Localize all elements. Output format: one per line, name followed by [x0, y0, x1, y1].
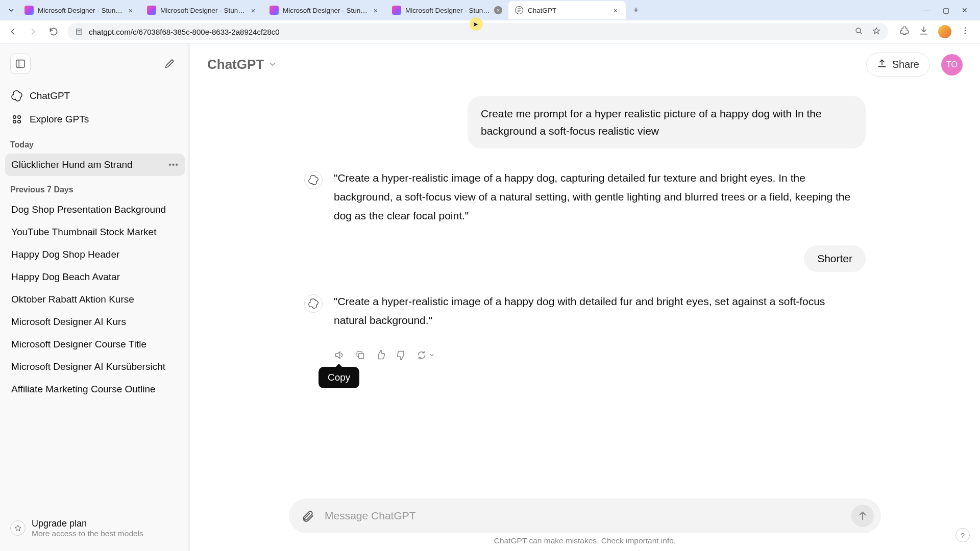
history-item[interactable]: Microsoft Designer Course Title — [5, 333, 185, 356]
ms-designer-icon — [392, 6, 401, 15]
site-info-icon[interactable] — [75, 27, 84, 36]
browser-chrome: Microsoft Designer - Stunning × Microsof… — [0, 0, 980, 43]
read-aloud-button[interactable] — [334, 349, 345, 361]
main-panel: ChatGPT Share TO Create me prompt for a … — [190, 43, 980, 551]
maximize-icon[interactable]: ▢ — [943, 6, 949, 14]
close-icon[interactable]: × — [372, 6, 380, 14]
history-item[interactable]: Happy Dog Shop Header — [5, 243, 185, 266]
attach-button[interactable] — [299, 507, 316, 524]
assistant-avatar-icon — [304, 294, 323, 313]
zoom-icon[interactable] — [854, 27, 864, 37]
ms-designer-icon — [24, 6, 34, 15]
assistant-message-row: "Create a hyper-realistic image of a hap… — [304, 169, 866, 225]
close-icon[interactable]: × — [127, 6, 135, 14]
tab-title: Microsoft Designer - Stunning — [38, 7, 122, 14]
browser-tab[interactable]: Microsoft Designer - Stunning × — [141, 1, 263, 19]
sidebar: ChatGPT Explore GPTs Today Glücklicher H… — [0, 43, 190, 551]
upgrade-icon — [10, 520, 26, 536]
history-item[interactable]: YouTube Thumbnail Stock Market — [5, 221, 185, 243]
message-actions: Copy — [304, 340, 866, 361]
tab-title: ChatGPT — [528, 7, 607, 14]
tab-strip: Microsoft Designer - Stunning × Microsof… — [0, 0, 980, 20]
address-bar-row: chatgpt.com/c/67038f68-385c-800e-8633-2a… — [0, 20, 980, 43]
browser-tab-active[interactable]: ChatGPT × — [508, 1, 626, 19]
share-label: Share — [892, 59, 919, 70]
svg-point-2 — [965, 27, 966, 29]
assistant-avatar-icon — [304, 171, 323, 189]
section-prev7: Previous 7 Days — [5, 176, 185, 198]
browser-menu-icon[interactable] — [961, 26, 970, 37]
extensions-icon[interactable] — [899, 26, 910, 38]
history-item[interactable]: Happy Dog Beach Avatar — [5, 266, 185, 288]
sidebar-item-explore[interactable]: Explore GPTs — [5, 108, 185, 131]
model-name: ChatGPT — [207, 57, 264, 72]
svg-point-4 — [965, 33, 966, 34]
url-text: chatgpt.com/c/67038f68-385c-800e-8633-2a… — [89, 28, 280, 36]
browser-tab[interactable]: Microsoft Designer - Stunning × — [18, 1, 141, 19]
tab-search-dropdown[interactable] — [4, 7, 18, 13]
app-container: ChatGPT Explore GPTs Today Glücklicher H… — [0, 43, 980, 551]
svg-rect-5 — [16, 60, 25, 68]
history-item[interactable]: Dog Shop Presentation Background — [5, 198, 185, 221]
ms-designer-icon — [270, 6, 279, 15]
composer[interactable] — [289, 498, 881, 533]
user-message-row: Shorter — [304, 245, 866, 272]
tab-title: Microsoft Designer - Stunning — [283, 7, 368, 14]
copy-tooltip: Copy — [318, 367, 359, 388]
reload-button[interactable] — [47, 25, 60, 38]
window-controls: — ▢ ✕ — [923, 6, 976, 14]
history-item[interactable]: Microsoft Designer AI Kurs — [5, 311, 185, 333]
minimize-icon[interactable]: — — [923, 6, 930, 14]
svg-point-10 — [18, 120, 21, 123]
bookmark-icon[interactable] — [872, 27, 881, 37]
send-button[interactable] — [851, 505, 874, 527]
close-window-icon[interactable]: ✕ — [962, 6, 968, 14]
section-today: Today — [5, 131, 185, 154]
explore-icon — [10, 113, 23, 126]
collapse-sidebar-button[interactable] — [10, 54, 31, 74]
history-item[interactable]: Microsoft Designer AI Kursübersicht — [5, 356, 185, 378]
conversation: Create me prompt for a hyper realistic p… — [190, 86, 980, 498]
disclaimer-text: ChatGPT can make mistakes. Check importa… — [220, 533, 949, 547]
close-icon[interactable]: × — [249, 6, 257, 14]
nav-label: ChatGPT — [30, 90, 70, 102]
message-input[interactable] — [325, 510, 843, 522]
chatgpt-logo-icon — [10, 89, 23, 103]
copy-button[interactable] — [355, 349, 365, 361]
close-icon[interactable]: × — [611, 6, 620, 14]
browser-tab[interactable]: Microsoft Designer - Stunning × — [263, 1, 386, 19]
back-button[interactable] — [6, 25, 19, 38]
user-message: Shorter — [804, 245, 866, 272]
thumbs-up-button[interactable] — [376, 349, 386, 361]
user-message: Create me prompt for a hyper realistic p… — [468, 96, 866, 148]
history-title: Glücklicher Hund am Strand — [11, 159, 133, 170]
model-selector[interactable]: ChatGPT — [207, 57, 277, 72]
address-bar[interactable]: chatgpt.com/c/67038f68-385c-800e-8633-2a… — [67, 23, 888, 40]
new-chat-button[interactable] — [159, 54, 180, 74]
forward-button[interactable] — [27, 25, 40, 38]
sidebar-item-chatgpt[interactable]: ChatGPT — [5, 84, 185, 108]
help-button[interactable]: ? — [955, 528, 970, 542]
ms-designer-icon — [147, 6, 156, 15]
history-item[interactable]: Oktober Rabatt Aktion Kurse — [5, 288, 185, 311]
assistant-message-row: "Create a hyper-realistic image of a hap… — [304, 292, 866, 330]
tab-loading-icon[interactable]: × — [494, 6, 502, 14]
user-avatar[interactable]: TO — [941, 54, 963, 76]
more-icon[interactable]: ••• — [164, 160, 179, 169]
profile-avatar-icon[interactable] — [938, 25, 951, 38]
history-item-active[interactable]: Glücklicher Hund am Strand ••• — [5, 154, 185, 176]
user-message-row: Create me prompt for a hyper realistic p… — [304, 96, 866, 148]
svg-point-3 — [965, 30, 966, 32]
share-button[interactable]: Share — [866, 53, 930, 77]
upgrade-plan-button[interactable]: Upgrade plan More access to the best mod… — [5, 513, 185, 543]
history-item[interactable]: Affiliate Marketing Course Outline — [5, 378, 185, 400]
svg-point-7 — [13, 116, 16, 119]
new-tab-button[interactable]: + — [629, 3, 643, 17]
thumbs-down-button[interactable] — [396, 349, 406, 361]
downloads-icon[interactable] — [919, 26, 929, 38]
regenerate-button[interactable] — [416, 349, 435, 361]
browser-tab[interactable]: Microsoft Designer - Stunning × — [386, 1, 508, 19]
main-header: ChatGPT Share TO — [190, 43, 980, 86]
upgrade-title: Upgrade plan — [32, 518, 143, 529]
chevron-down-icon — [268, 57, 277, 72]
